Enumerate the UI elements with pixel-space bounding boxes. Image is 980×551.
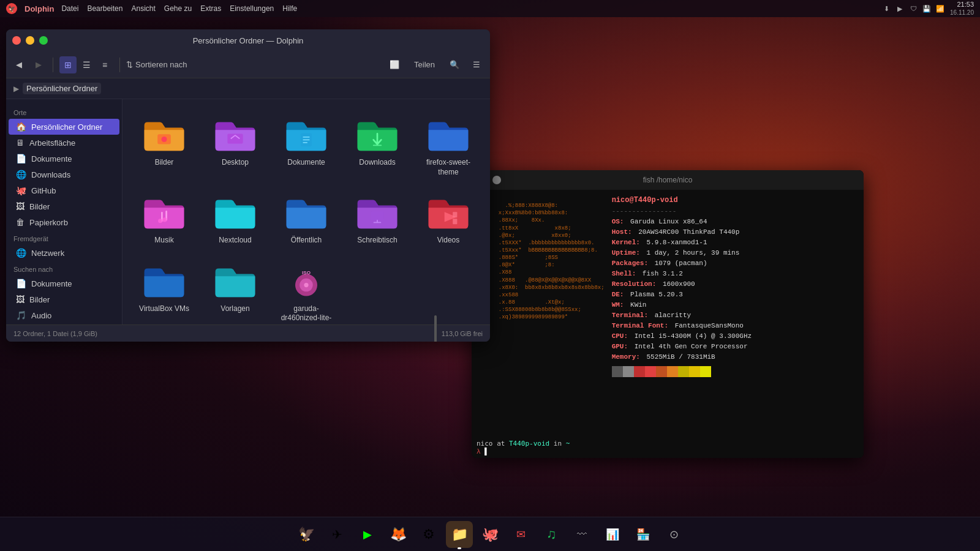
folder-offentlich[interactable]: Öffentlich <box>272 184 341 250</box>
info-uptime: Uptime: 1 day, 2 hours, 39 mins <box>612 248 860 258</box>
folder-musik[interactable]: Musik <box>130 184 198 250</box>
taskbar-discover[interactable]: ⚙ <box>415 521 442 548</box>
sidebar-item-home[interactable]: 🏠 Persönlicher Ordner <box>9 119 119 135</box>
prompt-line-1: nico at T440p-void in ~ <box>477 440 859 448</box>
swatch-1 <box>623 366 634 377</box>
sidebar-search-images[interactable]: 🖼 Bilder <box>9 291 119 307</box>
svg-point-9 <box>162 218 167 222</box>
folder-icon-schreibtisch <box>355 189 399 233</box>
info-packages: Packages: 1079 (pacman) <box>612 258 860 269</box>
folder-videos[interactable]: Videos <box>414 184 483 250</box>
taskbar-cursor[interactable]: ⊙ <box>660 521 687 548</box>
search-button[interactable]: 🔍 <box>445 56 464 74</box>
sort-label: Sortieren nach <box>135 60 187 69</box>
taskbar-activity[interactable]: 📊 <box>599 521 626 548</box>
maximize-button[interactable] <box>39 36 48 45</box>
sidebar-search-audio[interactable]: 🎵 Audio <box>9 307 119 323</box>
topbar-right: ⬇ ▶ 🛡 💾 📶 21:53 16.11.20 <box>881 1 974 16</box>
menu-einstellungen[interactable]: Einstellungen <box>230 4 274 13</box>
sidebar-item-documents[interactable]: 📄 Dokumente <box>9 151 119 167</box>
clock: 21:53 16.11.20 <box>950 1 974 16</box>
window-controls[interactable] <box>12 36 48 45</box>
folder-virtualbox[interactable]: VirtualBox VMs <box>130 253 198 324</box>
breadcrumb-home[interactable]: Persönlicher Ordner <box>23 83 101 94</box>
terminal-ctrl-2[interactable] <box>492 176 501 184</box>
taskbar-store[interactable]: 🏪 <box>630 521 657 548</box>
grid-view-button[interactable]: ⊞ <box>59 56 77 73</box>
share-button[interactable]: Teilen <box>408 58 441 72</box>
sidebar-item-downloads[interactable]: 🌐 Downloads <box>9 167 119 182</box>
info-memory: Memory: 5525MiB / 7831MiB <box>612 352 860 362</box>
folder-desktop[interactable]: Desktop <box>201 107 270 182</box>
preview-button[interactable]: ⬜ <box>385 56 404 74</box>
cursor-taskbar-icon: ⊙ <box>669 528 679 541</box>
sidebar-label-documents: Dokumente <box>31 154 72 163</box>
play-tray-icon: ▶ <box>895 4 905 13</box>
sidebar-item-github[interactable]: 🐙 GitHub <box>9 182 119 198</box>
back-button[interactable]: ◀ <box>11 56 27 74</box>
forward-button[interactable]: ▶ <box>31 56 47 74</box>
hostname: nico@T440p-void <box>612 195 860 206</box>
terminal-prompt[interactable]: nico at T440p-void in ~ λ ▌ <box>472 437 864 458</box>
sidebar-label-home: Persönlicher Ordner <box>31 122 102 132</box>
info-os: OS: Garuda Linux x86_64 <box>612 217 860 227</box>
sidebar-item-network[interactable]: 🌐 Netzwerk <box>9 245 119 261</box>
folder-downloads[interactable]: Downloads <box>343 107 412 182</box>
folder-dokumente[interactable]: Dokumente <box>272 107 341 182</box>
taskbar-garuda[interactable]: 🦅 <box>293 521 320 548</box>
menu-bearbeiten[interactable]: Bearbeiten <box>87 4 123 13</box>
sidebar-search-documents[interactable]: 📄 Dokumente <box>9 276 119 291</box>
dolphin-toolbar: ◀ ▶ ⊞ ☰ ≡ ⇅ Sortieren nach ⬜ Teilen 🔍 ☰ <box>6 51 490 78</box>
scroll-indicator <box>434 315 437 342</box>
close-button[interactable] <box>12 36 21 45</box>
terminal-title: fish /home/nico <box>643 176 693 184</box>
menu-ansicht[interactable]: Ansicht <box>131 4 155 13</box>
sort-button[interactable]: ⇅ Sortieren nach <box>126 60 187 69</box>
taskbar-dolphin[interactable]: 📁 <box>446 521 473 548</box>
topbar: 🦅 Dolphin Datei Bearbeiten Ansicht Gehe … <box>0 0 980 17</box>
activity-taskbar-icon: 📊 <box>606 528 619 541</box>
prompt-dir: ~ <box>566 440 570 448</box>
menu-bar[interactable]: Datei Bearbeiten Ansicht Gehe zu Extras … <box>61 4 297 13</box>
taskbar-terminal[interactable]: ▶ <box>354 521 381 548</box>
folder-label-offentlich: Öffentlich <box>291 236 322 246</box>
folder-label-firefox: firefox-sweet-theme <box>421 158 476 177</box>
folder-label-schreibtisch: Schreibtisch <box>357 236 397 246</box>
menu-hilfe[interactable]: Hilfe <box>282 4 297 13</box>
folder-label-bilder: Bilder <box>155 158 174 168</box>
terminal-body: .%;888:X888X8@8: x;XxxB%8b0:b8%bb88x8: .… <box>472 190 864 437</box>
menu-extras[interactable]: Extras <box>200 4 221 13</box>
info-wm: WM: KWin <box>612 300 860 310</box>
folder-nextcloud[interactable]: Nextcloud <box>201 184 270 250</box>
folder-label-videos: Videos <box>437 236 459 246</box>
network-icon: 🌐 <box>16 248 26 258</box>
waveform-taskbar-icon: 〰 <box>577 529 587 540</box>
svg-point-15 <box>304 283 308 287</box>
taskbar-waveform[interactable]: 〰 <box>568 521 595 548</box>
list-view-button[interactable]: ☰ <box>78 56 95 73</box>
file-iso[interactable]: ISO garuda-dr460nized-lite-201116-linux-… <box>272 253 341 324</box>
menu-datei[interactable]: Datei <box>61 4 78 13</box>
prompt-user: nico <box>477 440 493 448</box>
menu-button[interactable]: ☰ <box>468 56 485 74</box>
menu-gehe-zu[interactable]: Gehe zu <box>164 4 192 13</box>
taskbar-spotify[interactable]: ♫ <box>538 521 565 548</box>
compact-view-button[interactable]: ≡ <box>96 56 113 73</box>
folder-firefox[interactable]: firefox-sweet-theme <box>414 107 483 182</box>
minimize-button[interactable] <box>26 36 34 45</box>
folder-vorlagen[interactable]: Vorlagen <box>201 253 270 324</box>
taskbar-github[interactable]: 🐙 <box>477 521 503 548</box>
toolbar-separator <box>53 58 53 72</box>
folder-schreibtisch[interactable]: Schreibtisch <box>343 184 412 250</box>
taskbar-mailspring[interactable]: ✉ <box>507 521 534 548</box>
taskbar-firefox[interactable]: 🦊 <box>385 521 412 548</box>
info-cpu: CPU: Intel i5-4300M (4) @ 3.300GHz <box>612 331 860 342</box>
sidebar-item-desktop[interactable]: 🖥 Arbeitsfläche <box>9 135 119 151</box>
sidebar-item-trash[interactable]: 🗑 Papierkorb <box>9 214 119 230</box>
folder-bilder[interactable]: Bilder <box>130 107 198 182</box>
swatch-3 <box>645 366 656 377</box>
sidebar-item-images[interactable]: 🖼 Bilder <box>9 198 119 214</box>
taskbar-send[interactable]: ✈ <box>323 521 350 548</box>
sidebar-label-network: Netzwerk <box>31 249 64 258</box>
window-title: Persönlicher Ordner — Dolphin <box>193 36 304 45</box>
